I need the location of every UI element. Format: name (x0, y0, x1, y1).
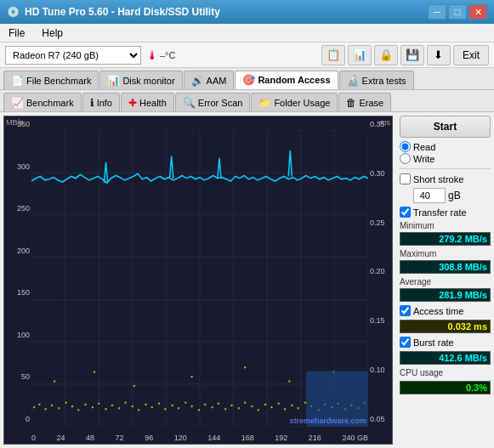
tab-error-scan[interactable]: 🔍 Error Scan (175, 93, 251, 111)
radio-write-input[interactable] (400, 153, 411, 164)
temp-display: 🌡 –°C (146, 48, 175, 62)
menu-file[interactable]: File (3, 26, 30, 41)
svg-rect-38 (158, 403, 160, 405)
y-label-1: 300 (6, 162, 30, 171)
average-label: Average (400, 277, 491, 286)
chart-svg (31, 130, 368, 427)
svg-rect-35 (138, 409, 139, 411)
transfer-rate-check[interactable]: Transfer rate (400, 207, 491, 218)
tab-benchmark[interactable]: 📈 Benchmark (3, 93, 82, 111)
exit-button[interactable]: Exit (453, 45, 489, 65)
window-title: HD Tune Pro 5.60 - Hard Disk/SSD Utility (25, 6, 220, 18)
transfer-rate-label: Transfer rate (413, 207, 467, 218)
tab-random-access[interactable]: 🎯 Random Access (235, 71, 338, 89)
tab-health[interactable]: ✚ Health (121, 93, 174, 111)
svg-rect-55 (270, 406, 272, 408)
svg-rect-75 (288, 380, 290, 382)
svg-rect-48 (224, 408, 226, 410)
menu-bar: File Help (0, 24, 494, 43)
watermark: xtremehardware.com (289, 417, 366, 425)
title-bar-controls: ─ □ ✕ (428, 4, 487, 20)
access-time-label: Access time (413, 306, 463, 316)
svg-rect-58 (291, 405, 292, 406)
svg-rect-50 (238, 407, 240, 409)
tab-health-label: Health (139, 98, 167, 108)
yr-label-0: 0.35 (370, 120, 390, 128)
svg-rect-43 (191, 405, 193, 407)
svg-rect-51 (244, 402, 246, 404)
tab-folder-usage[interactable]: 📁 Folder Usage (251, 93, 338, 111)
tab-disk-monitor[interactable]: 📊 Disk monitor (99, 71, 182, 89)
short-stroke-check[interactable]: Short stroke (400, 173, 491, 184)
tab-erase[interactable]: 🗑 Erase (338, 93, 391, 111)
burst-rate-check[interactable]: Burst rate (400, 337, 491, 348)
transfer-rate-checkbox[interactable] (400, 207, 411, 218)
toolbar-btn-5[interactable]: ⬇ (427, 45, 451, 65)
short-stroke-checkbox[interactable] (400, 173, 411, 184)
maximize-button[interactable]: □ (448, 4, 467, 20)
toolbar-btn-3[interactable]: 🔒 (374, 45, 398, 65)
svg-rect-71 (94, 371, 95, 373)
toolbar: Radeon R7 (240 gB) 🌡 –°C 📋 📊 🔒 💾 ⬇ Exit (0, 43, 494, 68)
aam-icon: 🔊 (191, 75, 204, 87)
maximum-value: 308.8 MB/s (400, 260, 491, 274)
start-button[interactable]: Start (400, 116, 491, 138)
health-icon: ✚ (128, 97, 137, 109)
toolbar-btn-2[interactable]: 📊 (348, 45, 372, 65)
extra-tests-icon: 🔬 (347, 75, 360, 87)
tab-extra-tests-label: Extra tests (362, 76, 406, 86)
right-panel: Start Read Write Short stroke gB Transfe… (396, 112, 494, 448)
tabs-row2: 📈 Benchmark ℹ Info ✚ Health 🔍 Error Scan… (0, 90, 494, 112)
radio-read[interactable]: Read (400, 141, 491, 152)
svg-rect-53 (258, 409, 259, 411)
svg-rect-20 (38, 404, 40, 405)
tab-erase-label: Erase (359, 98, 383, 108)
svg-rect-46 (212, 406, 213, 408)
radio-read-input[interactable] (400, 141, 411, 152)
random-access-icon: 🎯 (242, 74, 255, 86)
svg-rect-19 (33, 406, 35, 408)
toolbar-btn-1[interactable]: 📋 (321, 45, 345, 65)
cpu-usage-value: 0.3% (400, 381, 491, 394)
close-button[interactable]: ✕ (468, 4, 487, 20)
access-time-check[interactable]: Access time (400, 305, 491, 316)
radio-write[interactable]: Write (400, 153, 491, 164)
svg-rect-56 (278, 403, 280, 405)
file-benchmark-icon: 📄 (11, 75, 24, 87)
toolbar-btn-4[interactable]: 💾 (400, 45, 424, 65)
y-label-3: 200 (6, 247, 30, 255)
yr-label-1: 0.30 (370, 169, 390, 178)
y-label-2: 250 (6, 204, 30, 213)
minimize-button[interactable]: ─ (428, 4, 446, 20)
x-label-7: 168 (241, 434, 254, 442)
svg-rect-24 (65, 402, 67, 404)
maximum-label: Maximum (400, 249, 491, 258)
yr-label-6: 0.05 (370, 415, 390, 423)
drive-select[interactable]: Radeon R7 (240 gB) (5, 46, 141, 65)
x-label-3: 72 (116, 434, 124, 442)
stat-average: Average 281.9 MB/s (400, 277, 491, 302)
svg-rect-41 (178, 407, 179, 409)
svg-rect-29 (98, 403, 99, 405)
access-time-checkbox[interactable] (400, 305, 411, 316)
menu-help[interactable]: Help (37, 26, 68, 41)
info-icon: ℹ (90, 97, 94, 109)
tab-file-benchmark[interactable]: 📄 File Benchmark (3, 71, 99, 89)
svg-rect-74 (244, 366, 246, 368)
stroke-input-row: gB (400, 188, 491, 203)
y-label-0: 350 (6, 120, 30, 128)
disk-monitor-icon: 📊 (107, 75, 120, 87)
stroke-input[interactable] (413, 188, 446, 203)
y-label-6: 50 (6, 372, 30, 381)
tab-aam[interactable]: 🔊 AAM (184, 71, 235, 89)
tab-disk-monitor-label: Disk monitor (122, 76, 174, 86)
chart-labels-right: 0.35 0.30 0.25 0.20 0.15 0.10 0.05 (368, 116, 392, 427)
tab-error-scan-label: Error Scan (198, 98, 243, 108)
burst-rate-checkbox[interactable] (400, 337, 411, 348)
x-label-6: 144 (207, 434, 220, 442)
tab-extra-tests[interactable]: 🔬 Extra tests (339, 71, 414, 89)
tab-info[interactable]: ℹ Info (82, 93, 120, 111)
y-label-7: 0 (6, 415, 30, 423)
yr-label-5: 0.10 (370, 366, 390, 374)
access-time-value: 0.032 ms (400, 320, 491, 333)
